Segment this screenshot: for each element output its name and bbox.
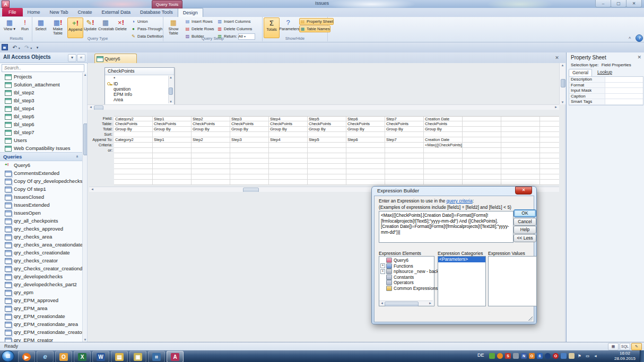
grid-cell-empty-8[interactable] (424, 158, 463, 164)
outlook-taskbar-button[interactable]: O (55, 351, 72, 362)
nav-query-qry-epm-area[interactable]: qry_EPM_area (0, 304, 82, 312)
grid-cell-empty-1[interactable] (153, 180, 192, 185)
field-list-item-epm-info[interactable]: EPM Info (106, 92, 167, 97)
grid-cell-empty-0[interactable] (114, 164, 153, 169)
expand-plus-icon[interactable]: + (380, 269, 385, 274)
grid-cell-empty-9[interactable] (463, 180, 501, 185)
grid-cell-or-1[interactable] (153, 148, 192, 153)
totals-button[interactable]: ΣTotals (264, 17, 280, 38)
grid-cell-total-1[interactable]: Group By (153, 127, 192, 132)
redo-dropdown-icon[interactable]: ▾ (30, 47, 32, 50)
property-value[interactable] (605, 77, 643, 82)
grid-cell-field-6[interactable]: Step6 (346, 116, 385, 121)
run-button[interactable]: !Run (18, 17, 32, 37)
field-list-title[interactable]: CheckPoints (105, 68, 174, 75)
grid-cell-or-8[interactable] (424, 148, 463, 153)
grid-cell-empty-9[interactable] (463, 153, 501, 158)
parameters-button[interactable]: ?Parameters (279, 17, 297, 37)
internet-explorer-taskbar-button[interactable]: e (37, 351, 54, 362)
grid-cell-empty-5[interactable] (308, 174, 346, 180)
grid-cell-empty-3[interactable] (230, 164, 269, 169)
property-value[interactable] (605, 88, 643, 93)
tray-beige-icon[interactable] (569, 353, 575, 359)
grid-cell-total-3[interactable]: Group By (230, 127, 269, 132)
tab-external-data[interactable]: External Data (97, 8, 135, 16)
dialog-close-button[interactable]: ✕ (515, 187, 532, 195)
elements-hscroll-right-icon[interactable]: ► (428, 301, 433, 306)
grid-cell-criteria-3[interactable] (230, 143, 269, 148)
grid-cell-empty-8[interactable] (424, 180, 463, 185)
diagram-vscrollbar[interactable]: ▲ ▼ (559, 63, 565, 104)
grid-cell-empty-6[interactable] (346, 153, 385, 158)
nav-shutter-button[interactable]: « (77, 54, 85, 62)
word-taskbar-button[interactable]: W (92, 351, 109, 362)
grid-cell-empty-4[interactable] (269, 153, 308, 158)
nav-query-qry-epm-approved[interactable]: qry_EPM_approved (0, 296, 82, 304)
grid-cell-empty-5[interactable] (308, 158, 346, 164)
pass-through-button[interactable]: ● Pass-Through (130, 25, 162, 32)
grid-cell-empty-11[interactable] (540, 180, 559, 185)
grid-cell-field-10[interactable] (501, 116, 540, 121)
expression-categories-box[interactable]: <Parameters> (438, 256, 486, 306)
start-button[interactable]: ⊞ (2, 350, 14, 362)
diagram-vscroll-thumb[interactable] (561, 79, 565, 87)
grid-cell-empty-3[interactable] (230, 153, 269, 158)
property-value[interactable] (605, 83, 643, 88)
grid-cell-empty-8[interactable] (424, 174, 463, 180)
grid-cell-append_to-10[interactable] (501, 137, 540, 143)
property-value[interactable] (605, 94, 643, 99)
grid-cell-empty-0[interactable] (114, 169, 153, 174)
maximize-button[interactable]: ▢ (611, 0, 626, 7)
tab-database-tools[interactable]: Database Tools (135, 8, 178, 16)
diagram-vscroll-down-icon[interactable]: ▼ (560, 101, 565, 104)
tray-o-icon[interactable]: O (529, 353, 535, 359)
grid-cell-or-5[interactable] (308, 148, 346, 153)
tray-red-ring-icon[interactable]: O (553, 353, 559, 359)
nav-table-tbl-step5[interactable]: tbl_step5 (0, 112, 82, 120)
delete-rows-button[interactable]: ▤ Delete Rows (185, 25, 214, 32)
navigation-pane-header[interactable]: All Access Objects ▾ « (0, 52, 87, 63)
grid-cell-total-11[interactable] (540, 127, 559, 132)
field-list-scrollbar[interactable]: ▲ ▼ (168, 76, 173, 103)
document-tab-query6[interactable]: Query6 (94, 54, 137, 64)
field-scroll-up-icon[interactable]: ▲ (169, 76, 173, 79)
grid-cell-total-8[interactable]: Group By (424, 127, 463, 132)
document-close-icon[interactable]: ✕ (554, 55, 560, 61)
grid-cell-empty-0[interactable] (114, 158, 153, 164)
delete-button[interactable]: ×!Delete (114, 17, 128, 37)
grid-cell-append_to-11[interactable] (540, 137, 559, 143)
ok-button[interactable]: OK (514, 209, 536, 217)
grid-cell-empty-9[interactable] (463, 164, 501, 169)
tray-n-icon[interactable]: N (521, 353, 527, 359)
select-button[interactable]: ▦Select (33, 17, 48, 37)
grid-cell-total-0[interactable]: Group By (114, 127, 153, 132)
grid-cell-append_to-0[interactable]: Category2 (114, 137, 153, 143)
field-scroll-thumb[interactable] (169, 87, 173, 95)
grid-cell-field-9[interactable] (463, 116, 501, 121)
grid-cell-sort-0[interactable] (114, 132, 153, 137)
nav-table-solution-attachment[interactable]: Solution_attachment (0, 81, 82, 89)
grid-cell-empty-7[interactable] (385, 153, 424, 158)
close-button[interactable]: ✕ (626, 0, 642, 7)
grid-cell-criteria-0[interactable] (114, 143, 153, 148)
save-button[interactable] (2, 43, 8, 51)
grid-cell-criteria-11[interactable] (540, 143, 559, 148)
tab-new-tab[interactable]: New Tab (45, 8, 73, 16)
grid-cell-empty-10[interactable] (501, 174, 540, 180)
qat-customize-button[interactable]: ▾ (37, 43, 39, 51)
network-tool-taskbar-button[interactable]: ⌗ (148, 351, 165, 362)
nav-table-tbl-step2[interactable]: tbl_step2 (0, 89, 82, 96)
nav-query-issuesextended[interactable]: IssuesExtended (0, 201, 82, 209)
excel-taskbar-button[interactable]: X (74, 351, 91, 362)
field-list-item-id[interactable]: ID (106, 81, 167, 86)
grid-cell-empty-0[interactable] (114, 174, 153, 180)
grid-cell-or-11[interactable] (540, 148, 559, 153)
nav-query-qry-checks-creationdate[interactable]: qry_checks_creationdate (0, 249, 82, 257)
grid-cell-empty-4[interactable] (269, 158, 308, 164)
undo-button[interactable]: ↶ ▾ (12, 43, 20, 51)
grid-cell-empty-8[interactable] (424, 169, 463, 174)
tab-lookup[interactable]: Lookup (594, 69, 615, 76)
grid-cell-sort-2[interactable] (192, 132, 230, 137)
nav-query-qry-all-checkpoints[interactable]: qry_all_checkpoints (0, 217, 82, 225)
nav-query-qry-checks-area[interactable]: qry_checks_area (0, 233, 82, 241)
